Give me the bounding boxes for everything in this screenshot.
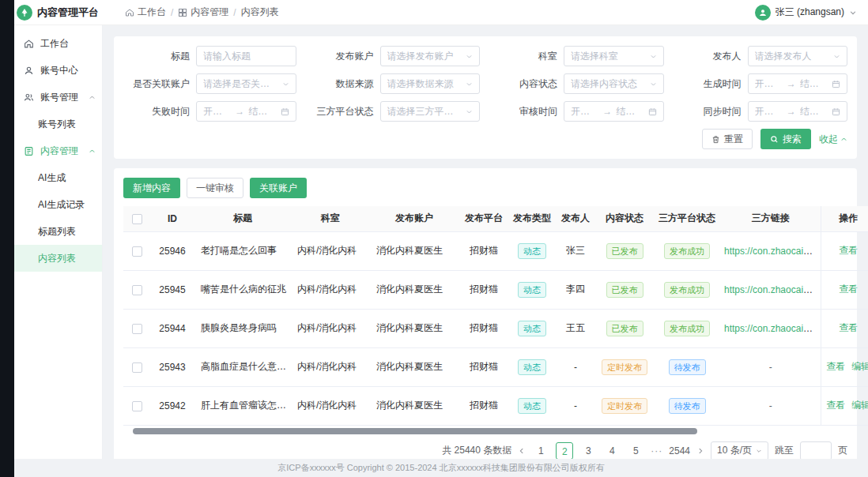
sidebar-group-content-mgmt[interactable]: 内容管理 — [14, 137, 102, 164]
select-all-checkbox[interactable] — [132, 214, 142, 224]
edit-button[interactable]: 编辑 — [851, 400, 868, 411]
third-link[interactable]: - — [769, 400, 772, 411]
sidebar-item-account-center[interactable]: 账号中心 — [14, 57, 102, 84]
status-tag: 定时发布 — [602, 398, 647, 414]
col-publisher: 发布人 — [555, 206, 596, 231]
sidebar-item-workbench[interactable]: 工作台 — [14, 30, 102, 57]
edit-button[interactable]: 编辑 — [851, 361, 868, 372]
row-checkbox[interactable] — [132, 285, 142, 295]
fail-time-range[interactable]: 开始日期 → 结束日期 — [196, 101, 296, 122]
breadcrumb-content-mgmt[interactable]: 内容管理 — [178, 6, 228, 19]
cell-platform: 招财猫 — [459, 231, 509, 270]
batch-audit-button[interactable]: 一键审核 — [187, 178, 243, 198]
row-checkbox[interactable] — [132, 246, 142, 257]
cell-title: 老打嗝是怎么回事 — [194, 231, 291, 270]
jump-page-input[interactable] — [800, 441, 832, 460]
search-icon — [770, 135, 779, 144]
reset-button[interactable]: 重置 — [702, 129, 753, 149]
search-button[interactable]: 搜索 — [760, 129, 811, 149]
chevron-down-icon — [650, 81, 657, 88]
col-dept: 科室 — [291, 206, 370, 231]
view-button[interactable]: 查看 — [839, 284, 858, 295]
chevron-down-icon — [466, 53, 473, 60]
sidebar-group-account-mgmt[interactable]: 账号管理 — [14, 84, 102, 111]
cell-platform: 招财猫 — [459, 386, 509, 425]
view-button[interactable]: 查看 — [826, 400, 845, 411]
audit-time-range[interactable]: 开始日期 → 结束日期 — [564, 101, 664, 122]
content-status-select[interactable]: 请选择内容状态 — [564, 73, 664, 94]
document-icon — [24, 146, 35, 156]
add-content-button[interactable]: 新增内容 — [123, 178, 180, 198]
topbar: 内容管理平台 工作台 / 内容管理 / 内容列表 张三 (zhangsan) — [14, 0, 868, 25]
view-button[interactable]: 查看 — [839, 245, 858, 256]
link-account-button[interactable]: 关联账户 — [250, 178, 307, 198]
user-avatar — [755, 5, 771, 21]
view-button[interactable]: 查看 — [826, 361, 845, 372]
cell-publisher: 李四 — [555, 270, 596, 309]
third-link[interactable]: - — [769, 362, 772, 373]
pages-ellipsis[interactable]: ··· — [651, 445, 662, 456]
cell-dept: 内科/消化内科 — [291, 231, 370, 270]
third-link[interactable]: https://con.zhaocaimao... — [724, 284, 821, 295]
horizontal-scrollbar-thumb[interactable] — [133, 428, 697, 434]
table-row: 25942 肝上有血管瘤该怎么办 内科/消化内科 消化内科夏医生 招财猫 动态 … — [123, 386, 868, 425]
chevron-up-icon — [89, 94, 96, 101]
breadcrumb-separator: / — [233, 7, 236, 18]
home-icon — [24, 39, 35, 49]
page-button[interactable]: 1 — [532, 442, 549, 460]
cell-dept: 内科/消化内科 — [291, 347, 370, 386]
title-label: 标题 — [123, 50, 190, 63]
row-checkbox[interactable] — [132, 401, 142, 411]
view-button[interactable]: 查看 — [839, 322, 858, 333]
page-button[interactable]: 5 — [627, 442, 644, 460]
sync-time-range[interactable]: 开始日期 → 结束日期 — [748, 101, 848, 122]
col-platform: 发布平台 — [459, 206, 509, 231]
sidebar-item-ai-generate[interactable]: AI生成 — [14, 164, 102, 191]
page-button[interactable]: 4 — [603, 442, 621, 460]
cell-account: 消化内科夏医生 — [370, 270, 459, 309]
calendar-icon — [832, 80, 840, 88]
page-size-select[interactable]: 10 条/页 — [711, 441, 768, 460]
row-checkbox[interactable] — [132, 362, 142, 373]
page-button[interactable]: 3 — [579, 442, 597, 460]
gen-time-range[interactable]: 开始日期 → 结束日期 — [748, 73, 848, 94]
sidebar-item-account-list[interactable]: 账号列表 — [14, 111, 102, 137]
sidebar-item-title-list[interactable]: 标题列表 — [14, 218, 102, 245]
dept-select[interactable]: 请选择科室 — [564, 46, 664, 66]
col-type: 发布类型 — [509, 206, 555, 231]
chevron-up-icon — [89, 148, 96, 155]
prev-page-button[interactable] — [518, 447, 526, 455]
breadcrumb-separator: / — [171, 7, 173, 18]
third-status-select[interactable]: 请选择三方平台状态 — [380, 101, 481, 122]
next-page-button[interactable] — [696, 447, 704, 455]
third-status-tag: 待发布 — [669, 359, 706, 375]
user-menu[interactable]: 张三 (zhangsan) — [755, 5, 857, 21]
third-link[interactable]: https://con.zhaocaimao... — [724, 246, 821, 257]
app-logo-icon — [17, 5, 32, 21]
source-label: 数据来源 — [308, 77, 374, 91]
sidebar-item-ai-record[interactable]: AI生成记录 — [14, 191, 102, 218]
cell-title: 嘴苦是什么病的征兆 — [194, 270, 291, 309]
page-button-last[interactable]: 2544 — [669, 442, 690, 460]
title-input[interactable] — [196, 46, 296, 66]
page-button-active[interactable]: 2 — [556, 442, 573, 460]
col-third-status: 三方平台状态 — [653, 206, 721, 231]
pub-account-select[interactable]: 请选择发布账户 — [380, 46, 481, 66]
sidebar-item-content-list[interactable]: 内容列表 — [14, 245, 102, 272]
breadcrumb-workbench[interactable]: 工作台 — [125, 6, 166, 19]
horizontal-scrollbar — [123, 428, 847, 434]
col-status: 内容状态 — [596, 206, 653, 231]
type-tag: 动态 — [518, 243, 546, 259]
row-checkbox[interactable] — [132, 324, 142, 334]
publisher-select[interactable]: 请选择发布人 — [748, 46, 848, 66]
trash-icon — [711, 135, 720, 144]
chevron-down-icon — [833, 53, 840, 60]
linked-select[interactable]: 请选择是否关联账户 — [196, 73, 296, 94]
audit-time-label: 审核时间 — [491, 105, 557, 118]
third-link[interactable]: https://con.zhaocaimao... — [724, 323, 821, 334]
cell-publisher: - — [555, 347, 596, 386]
calendar-icon — [281, 107, 289, 116]
collapse-filters-link[interactable]: 收起 — [819, 133, 847, 146]
third-status-tag: 发布成功 — [664, 321, 710, 336]
source-select[interactable]: 请选择数据来源 — [380, 73, 481, 94]
